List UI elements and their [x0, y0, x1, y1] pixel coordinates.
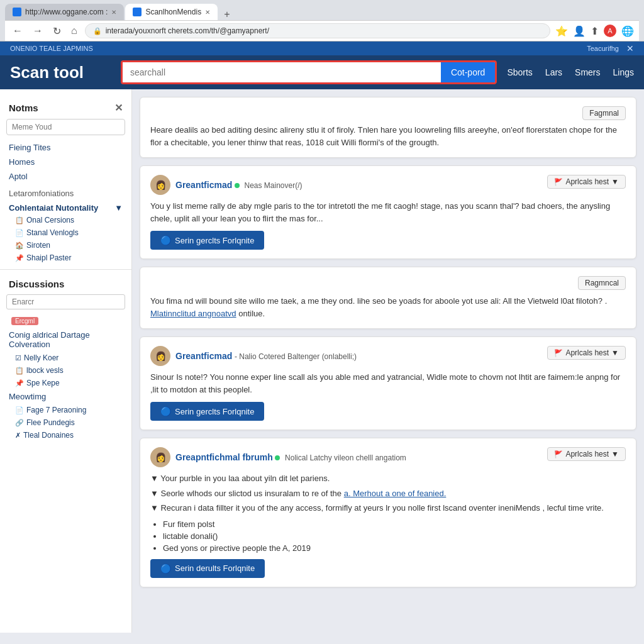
- card5-action-btn[interactable]: 🔵 Serin derults Forlqnite: [150, 559, 265, 578]
- account-icon[interactable]: 👤: [573, 25, 586, 37]
- search-input[interactable]: [123, 62, 441, 82]
- sidebar-item-aptol[interactable]: Aptol: [0, 169, 131, 184]
- sidebar-disc-0[interactable]: Conig aldrical Dartage Colveration: [0, 328, 131, 352]
- card4-action-btn[interactable]: 🔵 Serin gerclts Forlqnite: [150, 402, 264, 421]
- card1-header: Fagmnal: [150, 106, 626, 120]
- sidebar-search-area: [0, 292, 131, 313]
- subitem1-icon: 📄: [15, 229, 24, 237]
- home-button[interactable]: ⌂: [69, 24, 80, 38]
- search-button[interactable]: Cot-pord: [441, 62, 495, 82]
- card1-badge[interactable]: Fagmnal: [582, 106, 626, 120]
- card2-badge[interactable]: 🚩 Aprlcals hest ▼: [547, 175, 626, 189]
- extensions-icon[interactable]: ⭐: [555, 25, 568, 37]
- card1-badge-label: Fagmnal: [589, 109, 619, 118]
- notif-close-btn[interactable]: ✕: [626, 43, 634, 53]
- card-3: Ragmncal You fima nd will bound site wil…: [140, 267, 636, 329]
- profile-avatar[interactable]: A: [604, 25, 616, 37]
- card5-btn-label: Serin derults Forlqnite: [175, 564, 255, 573]
- tab1-label: http://www.oggane.com :: [25, 8, 108, 16]
- site-title: Scan tool: [10, 63, 111, 82]
- card5-author: 👩 Greapntfichmal fbrumh Nolical Latchy v…: [150, 447, 406, 467]
- globe-icon[interactable]: 🌐: [621, 25, 634, 37]
- subitem1-label: Stanal Venlogls: [26, 228, 79, 237]
- sidebar-disc-5[interactable]: 📄 Fage 7 Peraoning: [0, 404, 131, 416]
- card3-text-main: You fima nd will bound site willo me tae…: [150, 296, 607, 306]
- disc6-icon: 🔗: [15, 419, 24, 427]
- disc2-icon: 📋: [15, 367, 24, 375]
- nav-smers[interactable]: Smers: [575, 67, 600, 77]
- site-header: Scan tool Cot-pord Sborts Lars Smers Lin…: [0, 55, 644, 89]
- new-tab-button[interactable]: +: [219, 9, 235, 20]
- disc1-label: Nelly Koer: [24, 353, 58, 362]
- sub-bullet-1: lictable donali(): [163, 531, 626, 541]
- sidebar-close-btn[interactable]: ✕: [114, 102, 123, 114]
- card5-author-name: Greapntfichmal fbrumh: [175, 452, 273, 462]
- sidebar-item-fieing[interactable]: Fieing Tites: [0, 140, 131, 155]
- sidebar-subitem-0[interactable]: 📋 Onal Cersions: [0, 214, 131, 226]
- card5-link[interactable]: a. Merhout a one of feanied.: [344, 489, 447, 498]
- sidebar: Notms ✕ Fieing Tites Homes Aptol Letarom…: [0, 89, 132, 633]
- card3-badge[interactable]: Ragmncal: [578, 276, 626, 290]
- sidebar-disc-2[interactable]: 📋 lbock vesls: [0, 364, 131, 377]
- card2-action-btn[interactable]: 🔵 Serin gerclts Forlqnite: [150, 231, 264, 250]
- sidebar-disc-1[interactable]: ☑ Nelly Koer: [0, 352, 131, 364]
- sidebar-tag-item[interactable]: Ercgml: [0, 313, 131, 328]
- notification-bar: ONENIO TEALE JAPMINS Teacurifhg ✕: [0, 42, 644, 55]
- disc5-label: Fage 7 Peraoning: [26, 406, 86, 414]
- card4-badge[interactable]: 🚩 Aprlcals hest ▼: [547, 346, 626, 360]
- card5-badge-label: Aprlcals hest: [565, 450, 609, 458]
- card5-bullet-1: ▼ Seorle wlhods our slictod us insuralam…: [150, 487, 626, 500]
- card4-author-meta: - Nalio Cotered Baltenger (onlabelli;): [235, 352, 357, 361]
- card3-link[interactable]: Mlatinnclitud angnoatvd: [150, 309, 236, 318]
- back-button[interactable]: ←: [10, 24, 25, 38]
- url-text: interada/youxnorft cherets.com/th/@gamya…: [106, 26, 269, 35]
- sidebar-subitem-2[interactable]: 🏠 Siroten: [0, 239, 131, 252]
- nav-sborts[interactable]: Sborts: [507, 67, 532, 77]
- disc2-label: lbock vesls: [26, 366, 64, 375]
- sub-bullet-0: Fur fitem polst: [163, 519, 626, 529]
- sidebar-subitem-1[interactable]: 📄 Stanal Venlogls: [0, 226, 131, 239]
- card2-badge-label: Aprlcals hest: [565, 177, 609, 186]
- card2-author: 👩 Greantficmad Neas Mainover(/): [150, 175, 303, 195]
- notif-right-text: Teacurifhg: [587, 45, 619, 52]
- tab2-favicon: [133, 8, 142, 16]
- sidebar-group-header[interactable]: Cohlentaiat Nutontality ▼: [0, 199, 131, 214]
- card5-badge[interactable]: 🚩 Aprlcals hest ▼: [547, 447, 626, 461]
- card-1: Fagmnal Heare dealils ao bed aditing des…: [140, 97, 636, 158]
- sidebar-discussion-search[interactable]: [6, 294, 125, 309]
- sidebar-subitem-3[interactable]: 📌 Shaipl Paster: [0, 252, 131, 264]
- sidebar-search-input[interactable]: [6, 119, 125, 135]
- nav-lings[interactable]: Lings: [613, 67, 634, 77]
- card-2: 👩 Greantficmad Neas Mainover(/) 🚩 Aprlca…: [140, 165, 636, 259]
- tab-1[interactable]: http://www.oggane.com : ✕: [5, 4, 124, 20]
- card4-author-info: Greantficmad - Nalio Cotered Baltenger (…: [175, 351, 357, 361]
- sidebar-disc-4[interactable]: Meowtimg: [0, 389, 131, 404]
- disc7-icon: ✗: [15, 431, 21, 440]
- sidebar-group-label: Cohlentaiat Nutontality: [9, 203, 98, 213]
- address-bar-url[interactable]: 🔒 interada/youxnorft cherets.com/th/@gam…: [85, 23, 550, 38]
- card4-header: 👩 Greantficmad - Nalio Cotered Baltenger…: [150, 346, 626, 366]
- card5-online-dot: [275, 453, 282, 462]
- card5-sub-bullets: Fur fitem polst lictable donali() Ged yo…: [150, 519, 626, 553]
- sidebar-disc-3[interactable]: 📌 Spe Kepe: [0, 377, 131, 389]
- tab1-close[interactable]: ✕: [111, 9, 116, 16]
- sidebar-item-homes[interactable]: Homes: [0, 155, 131, 169]
- tab2-label: ScanlhonMendis: [145, 8, 201, 16]
- forward-button[interactable]: →: [30, 24, 45, 38]
- card-4: 👩 Greantficmad - Nalio Cotered Baltenger…: [140, 336, 636, 430]
- subitem2-icon: 🏠: [15, 242, 24, 250]
- card5-dropdown-arrow: ▼: [611, 450, 619, 458]
- card5-header: 👩 Greapntfichmal fbrumh Nolical Latchy v…: [150, 447, 626, 467]
- card5-bullet-0: ▼ Your purble in you laa about yiln dit …: [150, 472, 626, 485]
- sidebar-disc-6[interactable]: 🔗 Flee Pundegis: [0, 416, 131, 429]
- share-icon[interactable]: ⬆: [591, 25, 599, 37]
- card2-btn-icon: 🔵: [160, 235, 171, 245]
- card3-header: Ragmncal: [150, 276, 626, 290]
- sidebar-disc-7[interactable]: ✗ Tleal Donaines: [0, 429, 131, 441]
- disc7-label: Tleal Donaines: [23, 431, 74, 440]
- tab2-close[interactable]: ✕: [205, 9, 210, 16]
- reload-button[interactable]: ↻: [50, 24, 64, 38]
- nav-lars[interactable]: Lars: [545, 67, 562, 77]
- tab-2[interactable]: ScanlhonMendis ✕: [125, 4, 218, 20]
- subitem0-icon: 📋: [15, 216, 24, 225]
